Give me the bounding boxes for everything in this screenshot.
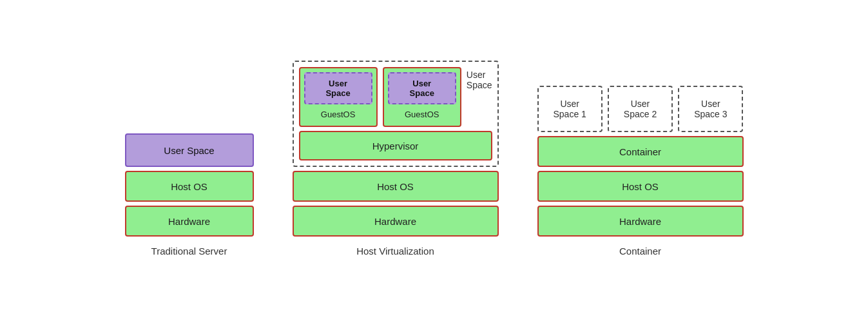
cont-user-space-2: UserSpace 2 bbox=[608, 86, 673, 132]
cont-user-space-3: UserSpace 3 bbox=[678, 86, 743, 132]
cont-user-spaces: UserSpace 1 UserSpace 2 UserSpace 3 bbox=[537, 86, 744, 132]
virt-stack: Host OS Hardware bbox=[293, 171, 499, 237]
diagram: User Space Host OS Hardware Traditional … bbox=[99, 48, 769, 282]
virt-guests: UserSpace GuestOS UserSpace GuestOS bbox=[299, 67, 461, 127]
cont-user-space-1: UserSpace 1 bbox=[537, 86, 603, 132]
container-label: Container bbox=[619, 246, 661, 257]
trad-host-os: Host OS bbox=[125, 171, 254, 202]
cont-host-os: Host OS bbox=[537, 171, 744, 202]
vm2-guest-os: GuestOS bbox=[388, 107, 456, 122]
trad-hardware: Hardware bbox=[125, 206, 254, 237]
cont-container: Container bbox=[537, 136, 744, 167]
traditional-server-column: User Space Host OS Hardware Traditional … bbox=[125, 133, 254, 257]
virt-user-space-note: UserSpace bbox=[467, 67, 492, 90]
virt-dashed-border: UserSpace GuestOS UserSpace GuestOS User… bbox=[293, 61, 499, 167]
cont-hardware: Hardware bbox=[537, 206, 744, 237]
vm1: UserSpace GuestOS bbox=[299, 67, 378, 127]
vm2-user-space: UserSpace bbox=[388, 72, 456, 104]
container-column: UserSpace 1 UserSpace 2 UserSpace 3 Cont… bbox=[537, 86, 744, 257]
virt-host-os: Host OS bbox=[293, 171, 499, 202]
virt-hypervisor: Hypervisor bbox=[299, 131, 492, 160]
virt-hardware: Hardware bbox=[293, 206, 499, 237]
traditional-label: Traditional Server bbox=[151, 246, 227, 257]
host-virtualization-column: UserSpace GuestOS UserSpace GuestOS User… bbox=[293, 61, 499, 257]
cont-stack: Container Host OS Hardware bbox=[537, 136, 744, 237]
vm1-user-space: UserSpace bbox=[304, 72, 372, 104]
virtualization-label: Host Virtualization bbox=[356, 246, 434, 257]
vm2: UserSpace GuestOS bbox=[383, 67, 461, 127]
trad-user-space: User Space bbox=[125, 133, 254, 167]
traditional-stack: User Space Host OS Hardware bbox=[125, 133, 254, 237]
virt-top-area: UserSpace GuestOS UserSpace GuestOS User… bbox=[299, 67, 492, 127]
vm1-guest-os: GuestOS bbox=[304, 107, 372, 122]
